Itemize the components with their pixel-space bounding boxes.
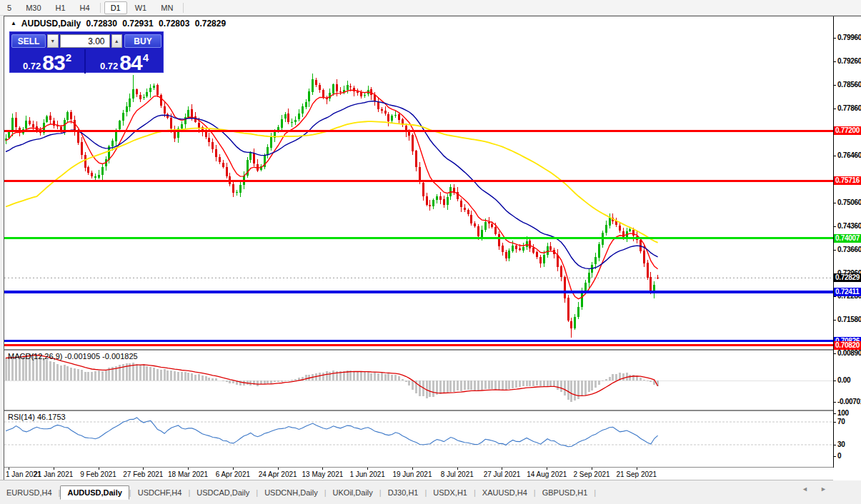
price-tick-label: 0.75060 [837, 198, 861, 206]
date-tick-mark [457, 468, 458, 470]
date-tick-mark [188, 468, 189, 470]
rsi-tick-mark [834, 445, 836, 445]
price-badge-0.74007: 0.74007 [834, 234, 861, 243]
price-tick-label: 0.79260 [837, 57, 861, 65]
date-axis[interactable]: 1 Jan 202121 Jan 20219 Feb 202127 Feb 20… [4, 468, 833, 480]
rsi-tick-label: 30 [837, 440, 861, 448]
price-tick-mark [834, 250, 836, 251]
price-tick-mark [834, 85, 836, 86]
toolbar-separator [100, 3, 101, 13]
date-label: 6 Apr 2021 [216, 470, 250, 478]
symbol-marker-icon: ▲ [11, 20, 16, 26]
volume-input[interactable] [60, 34, 110, 48]
price-tick-mark [834, 109, 836, 109]
date-tick-mark [592, 468, 592, 470]
horizontal-levels-layer[interactable] [4, 131, 833, 345]
date-label: 2 Sep 2021 [573, 470, 609, 478]
date-label: 27 Jul 2021 [484, 470, 521, 478]
buy-price[interactable]: 0.72 84 4 [86, 49, 163, 74]
buy-price-pip: 4 [143, 51, 149, 64]
date-label: 9 Feb 2021 [80, 470, 116, 478]
chart-tab-GBPUSD,H1[interactable]: GBPUSD,H1 [536, 486, 594, 499]
chart-ohlc-header: ▲ AUDUSD,Daily 0.72830 0.72931 0.72803 0… [11, 19, 229, 29]
volume-decrease-button[interactable]: ▼ [47, 34, 59, 48]
price-tick-mark [834, 320, 836, 321]
chart-tab-USDCHF,H4[interactable]: USDCHF,H4 [131, 486, 189, 499]
date-label: 14 Aug 2021 [527, 470, 567, 478]
price-tick-label: 0.79960 [837, 34, 861, 41]
rsi-tick-mark [834, 413, 836, 414]
price-tick-mark [834, 61, 836, 62]
footer: EURUSD,H4|AUDUSD,Daily|USDCHF,H4|USDCAD,… [0, 480, 861, 504]
period-toolbar: 5M30H1H4D1W1MN [0, 0, 861, 16]
date-tick-mark [54, 468, 54, 470]
ohlc-close: 0.72829 [195, 19, 226, 29]
price-tick-label: 0.77860 [837, 104, 861, 112]
date-tick-mark [412, 468, 413, 470]
price-tick-label: 0.78560 [837, 81, 861, 89]
chart-tab-bar: EURUSD,H4|AUDUSD,Daily|USDCHF,H4|USDCAD,… [0, 485, 861, 500]
timeframe-button-D1[interactable]: D1 [104, 1, 127, 14]
tabs-scroll-left-icon[interactable]: ◄ [802, 485, 808, 493]
date-label: 21 Jan 2021 [34, 470, 73, 478]
ohlc-open: 0.72830 [86, 19, 117, 29]
sell-price-pip: 2 [66, 51, 71, 64]
chart-tab-EURUSD,H4[interactable]: EURUSD,H4 [0, 486, 59, 499]
macd-tick-label: 0.00 [837, 376, 861, 384]
candles-layer [5, 74, 660, 338]
price-tick-mark [834, 226, 836, 227]
buy-button[interactable]: BUY [124, 34, 161, 48]
date-label: 8 Jul 2021 [441, 470, 474, 478]
macd-indicator-label: MACD(12,26,9) -0.001905 -0.001825 [8, 352, 138, 361]
price-badge-0.72829: 0.72829 [834, 273, 861, 282]
toolbar-separator [183, 3, 184, 13]
price-axis[interactable]: 0.799600.792600.785600.778600.764600.750… [833, 16, 861, 480]
sell-price-prefix: 0.72 [23, 61, 41, 71]
macd-tick-mark [834, 402, 836, 403]
timeframe-button-H1[interactable]: H1 [49, 1, 72, 14]
chart-tab-XAUUSD,H4[interactable]: XAUUSD,H4 [476, 486, 534, 499]
rsi-indicator-label: RSI(14) 46.1753 [8, 413, 66, 421]
chart-tab-USDCNH,Daily[interactable]: USDCNH,Daily [258, 486, 324, 499]
timeframe-button-W1[interactable]: W1 [129, 1, 154, 14]
date-tick-mark [547, 468, 547, 470]
rsi-tick-label: 0 [837, 452, 861, 460]
chart-tab-AUDUSD,Daily[interactable]: AUDUSD,Daily [60, 485, 129, 500]
chart-tab-USDX,H1[interactable]: USDX,H1 [427, 486, 474, 499]
price-badge-0.77200: 0.77200 [834, 126, 861, 135]
date-tick-mark [367, 468, 368, 470]
macd-tick-label: 0.008904 [837, 349, 861, 357]
price-tick-mark [834, 296, 836, 297]
price-tick-label: 0.76460 [837, 151, 861, 159]
chart-tab-USDCAD,Daily[interactable]: USDCAD,Daily [190, 486, 256, 499]
date-tick-mark [502, 468, 502, 470]
date-tick-mark [322, 468, 323, 470]
date-label: 24 Apr 2021 [259, 470, 297, 478]
price-tick-label: 0.71580 [837, 316, 861, 323]
ohlc-low: 0.72803 [159, 19, 189, 29]
sell-price-big: 83 [42, 52, 64, 74]
chart-window: ▲ AUDUSD,Daily 0.72830 0.72931 0.72803 0… [4, 16, 861, 480]
date-label: 21 Sep 2021 [616, 470, 657, 478]
macd-tick-mark [834, 353, 836, 354]
timeframe-button-H4[interactable]: H4 [74, 1, 96, 14]
price-badge-0.70820: 0.70820 [834, 341, 861, 350]
sell-price[interactable]: 0.72 83 2 [10, 49, 86, 74]
date-label: 1 Jun 2021 [349, 470, 385, 478]
rsi-tick-label: 70 [837, 418, 861, 425]
timeframe-button-M30[interactable]: M30 [19, 1, 47, 14]
buy-price-big: 84 [119, 52, 141, 74]
timeframe-button-MN[interactable]: MN [154, 1, 179, 14]
sell-button[interactable]: SELL [11, 34, 46, 48]
rsi-tick-label: 100 [837, 409, 861, 417]
timeframe-button-5[interactable]: 5 [1, 1, 18, 14]
chart-tab-DJ30,H1[interactable]: DJ30,H1 [382, 486, 425, 499]
tabs-scroll-right-icon[interactable]: ► [820, 485, 827, 493]
date-tick-mark [278, 468, 279, 470]
chart-tab-UKOil,Daily[interactable]: UKOil,Daily [327, 486, 379, 499]
date-label: 18 Mar 2021 [168, 470, 208, 478]
volume-increase-button[interactable]: ▲ [111, 34, 123, 48]
price-badge-0.72411: 0.72411 [834, 288, 861, 296]
date-label: 13 May 2021 [302, 470, 343, 478]
rsi-panel-canvas[interactable] [4, 411, 833, 467]
